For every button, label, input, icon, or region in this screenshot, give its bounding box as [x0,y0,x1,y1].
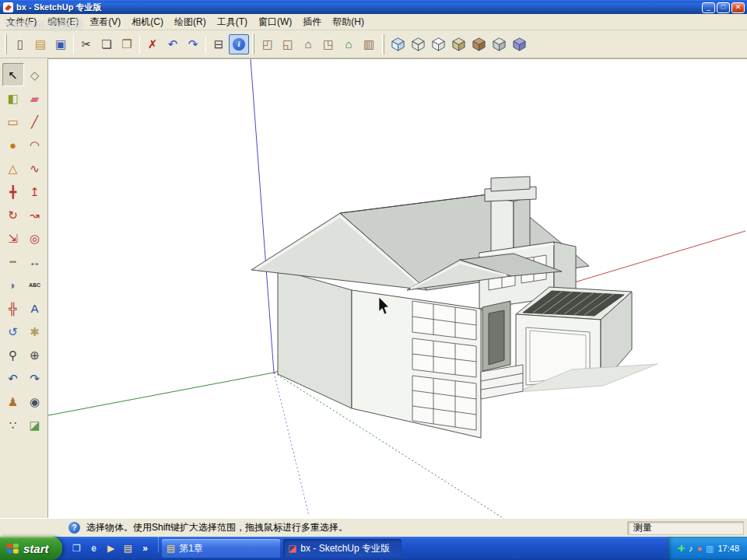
move-tool[interactable]: ╋ [2,180,24,203]
maximize-button[interactable]: □ [717,2,730,13]
building-tool-button[interactable]: ⌂ [298,34,318,54]
tray-icons: ✚♪●▥ [678,544,714,553]
viewport-3d[interactable] [47,58,747,518]
push-pull-tool[interactable]: ↥ [24,180,46,203]
measurement-box[interactable]: 测量 [627,521,744,535]
polygon-tool[interactable]: △ [2,156,24,180]
axes-tool[interactable]: ╬ [2,296,24,320]
copy-button[interactable]: ❏ [96,34,117,54]
make-component-button[interactable]: ◰ [258,34,278,54]
drawing-axes [48,59,745,519]
shaded-button[interactable] [448,34,468,54]
3d-text-tool[interactable]: A [24,296,46,320]
position-camera-tool[interactable]: ♟ [2,390,24,413]
overflow-quicklaunch[interactable]: » [138,541,153,556]
toolbar-handle[interactable] [382,34,384,54]
windows-flag-icon [6,542,19,555]
freehand-tool[interactable]: ∿ [24,156,46,180]
folder-shortcut-quicklaunch[interactable]: ▤ [121,541,135,556]
tool-palette: ↖◇◧▰▭╱●◠△∿╋↥↻↝⇲◎┅↔◗ABC╬A↺✱⚲⊕↶↷♟◉∵◪ [0,58,47,518]
print-button[interactable]: ⊟ [209,34,229,54]
redo-button[interactable]: ↷ [183,34,203,54]
volume-tray-icon[interactable]: ♪ [689,544,693,553]
dimension-tool[interactable]: ↔ [24,250,46,273]
menu-draw[interactable]: 绘图(R) [169,13,212,31]
close-button[interactable]: ✕ [731,2,745,13]
save-model-icon: ◳ [323,38,334,50]
walk-tool[interactable]: ∵ [2,413,24,436]
save-model-button[interactable]: ◳ [318,34,338,54]
circle-tool[interactable]: ● [2,133,24,156]
paste-icon: ❐ [121,38,132,50]
menu-edit[interactable]: 编辑(E) [42,13,84,31]
eraser-tool[interactable]: ▰ [24,86,46,110]
back-edges-button[interactable] [509,34,529,54]
zoom-next-tool[interactable]: ↷ [24,366,46,390]
text-icon: ABC [29,282,40,288]
erase-button[interactable]: ✗ [142,34,163,54]
menu-file[interactable]: 文件(F) [1,13,42,31]
minimize-button[interactable]: _ [702,2,715,13]
taskbar-task-sketchup[interactable]: ◪bx - SketchUp 专业版 [283,539,402,558]
house-model[interactable] [251,177,658,438]
text-tool[interactable]: ABC [24,273,46,296]
zoom-tool[interactable]: ⚲ [2,343,24,366]
toolbar-handle[interactable] [5,34,7,54]
wireframe-button[interactable] [408,34,428,54]
offset-tool[interactable]: ◎ [24,226,46,250]
paint-bucket-tool[interactable]: ◧ [2,86,24,110]
make-component-tool[interactable]: ◇ [24,63,46,86]
hidden-line-button[interactable] [428,34,448,54]
media-player-quicklaunch[interactable]: ▶ [103,541,118,556]
house-style-button[interactable]: ⌂ [338,34,359,54]
menu-view[interactable]: 查看(V) [84,13,126,31]
section-plane-tool[interactable]: ◪ [24,413,46,436]
menu-camera[interactable]: 相机(C) [126,13,169,31]
tape-measure-tool[interactable]: ┅ [2,250,24,273]
security-tray-icon[interactable]: ✚ [678,544,685,553]
network-tray-icon[interactable]: ▥ [706,544,714,553]
cut-button[interactable]: ✂ [76,34,96,54]
toolbar-handle[interactable] [252,34,254,54]
model-info-button[interactable]: i [229,34,249,54]
line-tool[interactable]: ╱ [24,110,46,133]
menu-window[interactable]: 窗口(W) [253,13,297,31]
zoom-previous-tool[interactable]: ↶ [2,366,24,390]
save-icon: ▣ [55,38,66,50]
follow-me-tool[interactable]: ↝ [24,203,46,226]
select-tool[interactable]: ↖ [2,63,24,86]
help-icon[interactable]: ? [68,522,80,534]
x-ray-button[interactable] [388,34,408,54]
model-canvas[interactable] [48,59,747,519]
messenger-tray-icon[interactable]: ● [696,544,702,553]
layout-sheet-icon: ▥ [363,38,374,50]
protractor-tool[interactable]: ◗ [2,273,24,296]
move-icon: ╋ [9,186,16,198]
start-button[interactable]: start [0,537,62,560]
look-around-tool[interactable]: ◉ [24,390,46,413]
shaded-with-textures-button[interactable] [468,34,489,54]
internet-explorer-quicklaunch[interactable]: e [86,541,101,556]
new-button[interactable]: ▯ [10,34,30,54]
edit-component-button[interactable]: ◱ [278,34,298,54]
arc-tool[interactable]: ◠ [24,133,46,156]
pan-tool[interactable]: ✱ [24,320,46,343]
building-tool-icon: ⌂ [304,38,311,50]
make-component-icon: ◰ [262,38,273,50]
show-desktop-quicklaunch[interactable]: ❐ [69,541,84,556]
menu-tools[interactable]: 工具(T) [212,13,253,31]
rotate-tool[interactable]: ↻ [2,203,24,226]
scale-tool[interactable]: ⇲ [2,226,24,250]
rectangle-tool[interactable]: ▭ [2,110,24,133]
open-button[interactable]: ▤ [30,34,51,54]
taskbar-task-folder-chapter1[interactable]: ▤第1章 [162,539,280,558]
undo-button[interactable]: ↶ [163,34,183,54]
orbit-tool[interactable]: ↺ [2,320,24,343]
layout-sheet-button[interactable]: ▥ [359,34,379,54]
menu-help[interactable]: 帮助(H) [327,13,370,31]
paste-button[interactable]: ❐ [117,34,137,54]
menu-plugins[interactable]: 插件 [297,13,327,31]
save-button[interactable]: ▣ [51,34,71,54]
zoom-extents-tool[interactable]: ⊕ [24,343,46,366]
monochrome-button[interactable] [489,34,509,54]
